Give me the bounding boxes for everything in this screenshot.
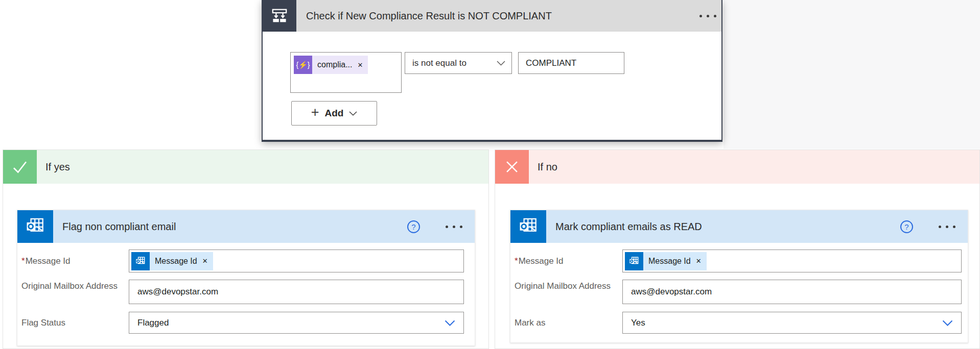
message-id-input[interactable]: Message Id ✕ [622, 250, 962, 272]
outlook-icon [17, 210, 53, 243]
action-card-title: Mark compliant emails as READ [546, 221, 900, 233]
mark-as-dropdown[interactable]: Yes [622, 312, 962, 334]
condition-card: Check if New Compliance Result is NOT CO… [262, 0, 722, 142]
condition-operand-field[interactable]: {⚡} complia... ✕ [290, 52, 402, 93]
message-id-token[interactable]: Message Id ✕ [625, 252, 707, 270]
card-menu-button[interactable] [440, 221, 468, 232]
plus-icon: + [311, 105, 319, 120]
message-id-token[interactable]: Message Id ✕ [131, 252, 213, 270]
token-label: Message Id [643, 252, 693, 270]
add-condition-button[interactable]: + Add [291, 101, 377, 126]
chevron-down-icon [497, 61, 505, 66]
canvas-background [724, 0, 980, 149]
field-label-mailbox: Original Mailbox Address [21, 280, 122, 292]
x-mark-icon [495, 150, 529, 184]
field-label-mark-as: Mark as [515, 317, 615, 329]
dynamic-content-icon: {⚡} [294, 56, 312, 74]
operator-value: is not equal to [405, 58, 497, 68]
if-no-header: If no [495, 150, 979, 184]
mailbox-address-input[interactable]: aws@devopstar.com [622, 280, 962, 304]
action-card-mark-read: Mark compliant emails as READ ? *Message… [510, 210, 968, 343]
checkmark-icon [3, 150, 37, 184]
condition-card-body: {⚡} complia... ✕ is not equal to COMPLIA… [263, 32, 721, 140]
add-button-label: Add [324, 108, 343, 119]
field-label-flag-status: Flag Status [21, 317, 122, 329]
required-asterisk: * [21, 256, 25, 266]
outlook-icon [131, 252, 150, 270]
field-label-mailbox: Original Mailbox Address [515, 280, 615, 292]
outlook-icon [510, 210, 546, 243]
if-no-label: If no [529, 161, 557, 173]
condition-branch-icon [263, 0, 296, 32]
help-button[interactable]: ? [407, 220, 420, 233]
message-id-input[interactable]: Message Id ✕ [129, 250, 464, 272]
field-label-message-id: *Message Id [515, 255, 615, 267]
dynamic-content-token[interactable]: {⚡} complia... ✕ [294, 56, 368, 74]
card-menu-button[interactable] [934, 221, 961, 232]
ellipsis-icon [939, 226, 941, 228]
mailbox-address-input[interactable]: aws@devopstar.com [129, 280, 464, 304]
action-card-header[interactable]: Mark compliant emails as READ ? [510, 210, 968, 243]
token-label: Message Id [150, 252, 199, 270]
action-card-header[interactable]: Flag non compliant email ? [17, 210, 475, 243]
action-card-title: Flag non compliant email [53, 221, 407, 233]
condition-value-input[interactable]: COMPLIANT [518, 52, 624, 74]
condition-menu-button[interactable] [694, 11, 721, 21]
flag-status-dropdown[interactable]: Flagged [129, 312, 464, 334]
field-label-message-id: *Message Id [21, 255, 122, 267]
chevron-down-icon [445, 320, 455, 326]
outlook-icon [625, 252, 643, 270]
action-card-flag-email: Flag non compliant email ? *Message Id M… [17, 210, 475, 346]
remove-token-button[interactable]: ✕ [354, 56, 368, 74]
token-label: complia... [312, 56, 354, 74]
required-asterisk: * [515, 256, 518, 266]
flow-canvas: Check if New Compliance Result is NOT CO… [0, 0, 980, 349]
chevron-down-icon [349, 111, 357, 116]
ellipsis-icon [699, 15, 702, 17]
if-yes-label: If yes [37, 161, 70, 173]
condition-title: Check if New Compliance Result is NOT CO… [296, 10, 694, 22]
help-button[interactable]: ? [900, 220, 913, 233]
chevron-down-icon [942, 320, 953, 326]
remove-token-button[interactable]: ✕ [693, 252, 707, 270]
operator-dropdown[interactable]: is not equal to [405, 52, 512, 74]
remove-token-button[interactable]: ✕ [199, 252, 213, 270]
ellipsis-icon [446, 226, 448, 228]
condition-card-header[interactable]: Check if New Compliance Result is NOT CO… [263, 0, 721, 32]
if-yes-header: If yes [3, 150, 488, 184]
